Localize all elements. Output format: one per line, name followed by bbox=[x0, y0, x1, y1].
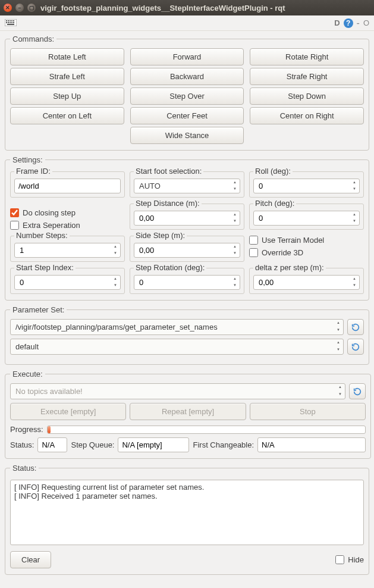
override-3d-label: Override 3D bbox=[262, 248, 303, 257]
pitch-input[interactable] bbox=[253, 211, 360, 226]
center-feet-button[interactable]: Center Feet bbox=[130, 107, 244, 124]
wide-stance-button[interactable]: Wide Stance bbox=[130, 127, 244, 144]
side-step-input[interactable] bbox=[134, 243, 240, 258]
step-over-button[interactable]: Step Over bbox=[130, 87, 244, 105]
chevron-down-icon[interactable]: ▼ bbox=[231, 218, 239, 225]
strafe-right-button[interactable]: Strafe Right bbox=[250, 68, 364, 85]
start-idx-label: Start Step Index: bbox=[14, 263, 76, 272]
chevron-down-icon[interactable]: ▼ bbox=[334, 327, 342, 334]
chevron-down-icon[interactable]: ▼ bbox=[111, 283, 120, 289]
chevron-down-icon[interactable]: ▼ bbox=[350, 283, 359, 289]
refresh-topics-button[interactable] bbox=[349, 383, 366, 399]
maximize-icon[interactable]: ▢ bbox=[27, 4, 36, 12]
svg-rect-6 bbox=[6, 22, 7, 23]
progress-label: Progress: bbox=[10, 425, 43, 434]
do-closing-check[interactable] bbox=[10, 208, 19, 217]
chevron-up-icon[interactable]: ▲ bbox=[111, 276, 120, 283]
chevron-down-icon[interactable]: ▼ bbox=[350, 186, 359, 193]
rotate-right-button[interactable]: Rotate Right bbox=[250, 48, 364, 65]
rotate-left-button[interactable]: Rotate Left bbox=[10, 48, 124, 65]
chevron-up-icon[interactable]: ▲ bbox=[334, 340, 342, 347]
chevron-up-icon[interactable]: ▲ bbox=[336, 384, 344, 392]
center-right-button[interactable]: Center on Right bbox=[250, 107, 364, 124]
help-icon[interactable]: ? bbox=[344, 18, 353, 28]
refresh-icon bbox=[353, 387, 362, 396]
toolbar-o[interactable]: O bbox=[363, 18, 369, 27]
stop-button[interactable]: Stop bbox=[250, 403, 366, 420]
status-log[interactable]: [ INFO] Requesting current list of param… bbox=[10, 480, 364, 545]
override-3d-check[interactable] bbox=[249, 248, 258, 257]
frame-id-box: Frame ID: bbox=[10, 171, 125, 198]
svg-rect-3 bbox=[10, 20, 11, 21]
chevron-down-icon[interactable]: ▼ bbox=[334, 347, 342, 354]
execute-topic-combo[interactable]: No topics available! bbox=[10, 383, 345, 399]
svg-rect-4 bbox=[11, 20, 12, 21]
close-icon[interactable]: ✕ bbox=[4, 4, 12, 12]
step-dist-input[interactable] bbox=[134, 211, 240, 226]
side-step-box: Side Step (m): ▲▼ bbox=[130, 236, 244, 262]
chevron-up-icon[interactable]: ▲ bbox=[231, 244, 239, 251]
strafe-left-button[interactable]: Strafe Left bbox=[10, 68, 124, 85]
hide-label: Hide bbox=[348, 555, 364, 564]
do-closing-label: Do closing step bbox=[23, 208, 76, 217]
chevron-down-icon[interactable]: ▼ bbox=[336, 392, 344, 399]
checkbox-col-2: Use Terrain Model Override 3D bbox=[249, 233, 364, 262]
minimize-icon[interactable]: – bbox=[15, 4, 24, 12]
start-idx-input[interactable] bbox=[14, 275, 121, 290]
param-selected-combo[interactable]: default bbox=[10, 339, 344, 355]
backward-button[interactable]: Backward bbox=[130, 68, 244, 85]
status-label: Status: bbox=[10, 440, 34, 449]
chevron-down-icon[interactable]: ▼ bbox=[231, 283, 239, 289]
step-down-button[interactable]: Step Down bbox=[250, 87, 364, 105]
use-terrain-check[interactable] bbox=[249, 236, 258, 245]
chevron-down-icon[interactable]: ▼ bbox=[231, 186, 239, 193]
status-field[interactable] bbox=[37, 437, 67, 452]
refresh-selected-button[interactable] bbox=[347, 339, 364, 355]
chevron-up-icon[interactable]: ▲ bbox=[350, 276, 359, 283]
chevron-up-icon[interactable]: ▲ bbox=[350, 212, 359, 218]
chevron-up-icon[interactable]: ▲ bbox=[231, 212, 239, 218]
delta-z-input[interactable] bbox=[253, 275, 360, 290]
chevron-up-icon[interactable]: ▲ bbox=[334, 320, 342, 327]
chevron-down-icon[interactable]: ▼ bbox=[350, 218, 359, 225]
extra-sep-check[interactable] bbox=[10, 221, 19, 230]
chevron-down-icon[interactable]: ▼ bbox=[111, 251, 120, 257]
hide-check[interactable] bbox=[335, 555, 344, 564]
pitch-box: Pitch (deg): ▲▼ bbox=[249, 204, 364, 230]
repeat-button[interactable]: Repeat [empty] bbox=[130, 403, 246, 420]
frame-id-label: Frame ID: bbox=[14, 167, 52, 176]
param-path-combo[interactable]: /vigir/footstep_planning/params/get_para… bbox=[10, 319, 344, 335]
queue-field[interactable] bbox=[118, 437, 189, 452]
forward-button[interactable]: Forward bbox=[130, 48, 244, 65]
toolbar-dash[interactable]: - bbox=[357, 18, 360, 29]
param-set-legend: Parameter Set: bbox=[10, 305, 67, 314]
first-field[interactable] bbox=[257, 437, 366, 452]
start-foot-combo[interactable]: AUTO bbox=[134, 179, 240, 193]
chevron-up-icon[interactable]: ▲ bbox=[111, 244, 120, 251]
step-rot-input[interactable] bbox=[134, 275, 240, 290]
refresh-params-button[interactable] bbox=[347, 319, 364, 335]
queue-label: Step Queue: bbox=[71, 440, 114, 449]
svg-rect-2 bbox=[8, 20, 9, 21]
roll-input[interactable] bbox=[253, 179, 360, 193]
chevron-up-icon[interactable]: ▲ bbox=[231, 180, 239, 186]
center-left-button[interactable]: Center on Left bbox=[10, 107, 124, 124]
chevron-up-icon[interactable]: ▲ bbox=[231, 276, 239, 283]
svg-rect-7 bbox=[8, 22, 9, 23]
status-legend: Status: bbox=[10, 464, 39, 473]
execute-button[interactable]: Execute [empty] bbox=[10, 403, 126, 420]
use-terrain-label: Use Terrain Model bbox=[262, 236, 324, 245]
num-steps-input[interactable] bbox=[14, 243, 121, 258]
chevron-up-icon[interactable]: ▲ bbox=[350, 180, 359, 186]
chevron-down-icon[interactable]: ▼ bbox=[231, 251, 239, 257]
roll-box: Roll (deg): ▲▼ bbox=[249, 171, 364, 198]
frame-id-input[interactable] bbox=[14, 179, 121, 193]
clear-button[interactable]: Clear bbox=[10, 551, 51, 568]
status-group: Status: [ INFO] Requesting current list … bbox=[5, 464, 369, 575]
step-up-button[interactable]: Step Up bbox=[10, 87, 124, 105]
execute-legend: Execute: bbox=[10, 370, 45, 379]
roll-label: Roll (deg): bbox=[253, 167, 293, 176]
num-steps-label: Number Steps: bbox=[14, 231, 70, 240]
start-foot-label: Start foot selection: bbox=[134, 167, 203, 176]
commands-group: Commands: Rotate Left Forward Rotate Rig… bbox=[5, 35, 369, 151]
